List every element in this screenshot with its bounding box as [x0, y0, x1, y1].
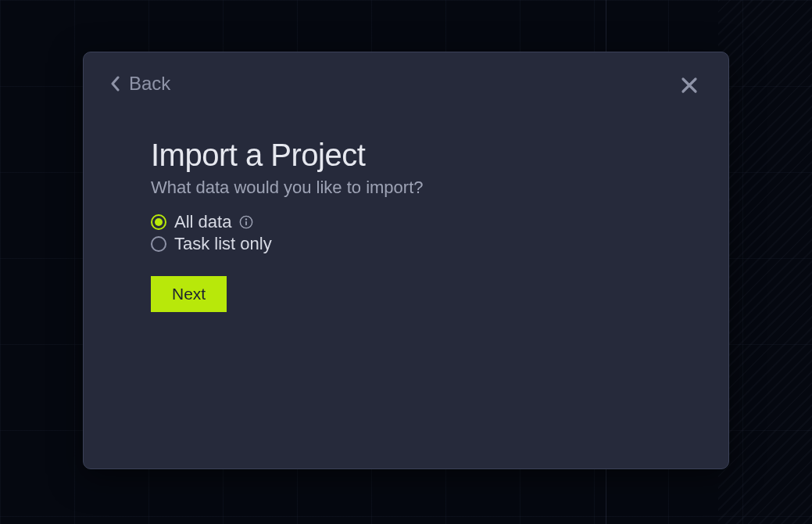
radio-icon: [151, 214, 166, 230]
import-project-modal: Back Import a Project What data would yo…: [83, 52, 729, 469]
option-label: All data: [174, 212, 231, 232]
chevron-left-icon: [110, 76, 120, 92]
svg-point-1: [245, 218, 247, 220]
radio-icon: [151, 236, 166, 252]
info-icon[interactable]: [239, 215, 253, 229]
svg-rect-2: [245, 221, 247, 225]
modal-header: Back: [110, 73, 702, 100]
modal-subtitle: What data would you like to import?: [151, 178, 702, 198]
option-all-data[interactable]: All data: [151, 212, 702, 232]
import-options: All data Task list only: [151, 212, 702, 254]
close-icon: [680, 76, 699, 97]
modal-title: Import a Project: [151, 138, 702, 173]
next-button[interactable]: Next: [151, 276, 227, 312]
close-button[interactable]: [677, 73, 702, 100]
background-hatch: [718, 0, 812, 524]
back-button[interactable]: Back: [110, 73, 170, 95]
option-task-list-only[interactable]: Task list only: [151, 234, 702, 254]
modal-content: Import a Project What data would you lik…: [151, 138, 702, 312]
option-label: Task list only: [174, 234, 272, 254]
back-label: Back: [129, 73, 170, 95]
